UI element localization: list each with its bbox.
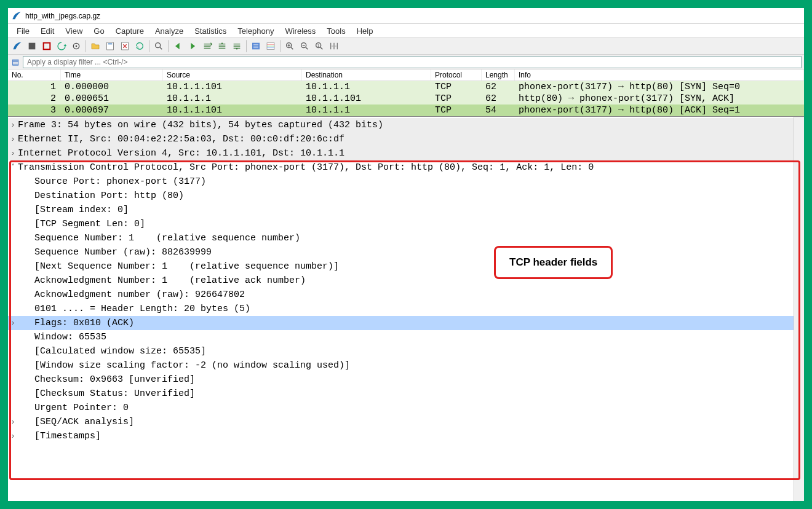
back-icon[interactable] xyxy=(171,39,185,53)
fin-icon[interactable] xyxy=(10,39,24,53)
menu-view[interactable]: View xyxy=(60,25,87,37)
stop-icon[interactable] xyxy=(40,39,54,53)
packet-cell: 62 xyxy=(482,93,515,105)
packet-list: No.TimeSourceDestinationProtocolLengthIn… xyxy=(8,69,804,117)
save-icon[interactable] xyxy=(103,39,117,53)
close-icon[interactable] xyxy=(118,39,132,53)
toolbar-separator xyxy=(86,40,86,52)
expand-icon[interactable]: › xyxy=(8,132,18,146)
packet-list-header: No.TimeSourceDestinationProtocolLengthIn… xyxy=(8,69,804,81)
detail-row[interactable]: › [SEQ/ACK analysis] xyxy=(8,415,804,429)
column-header-time[interactable]: Time xyxy=(61,69,163,81)
detail-row[interactable]: [TCP Segment Len: 0] xyxy=(8,217,804,231)
godown-icon[interactable] xyxy=(230,39,244,53)
menu-tools[interactable]: Tools xyxy=(322,25,350,37)
menu-edit[interactable]: Edit xyxy=(36,25,59,37)
detail-row[interactable]: [Window size scaling factor: -2 (no wind… xyxy=(8,358,804,373)
menu-file[interactable]: File xyxy=(12,25,34,37)
menu-wireless[interactable]: Wireless xyxy=(280,25,320,37)
column-header-length[interactable]: Length xyxy=(482,69,515,81)
packet-cell: 0.000697 xyxy=(61,105,163,116)
packet-cell: 10.1.1.101 xyxy=(163,81,302,93)
column-header-no[interactable]: No. xyxy=(8,69,61,81)
menu-analyze[interactable]: Analyze xyxy=(150,25,188,37)
display-filter-input[interactable] xyxy=(23,56,802,68)
forward-icon[interactable] xyxy=(186,39,199,53)
detail-row[interactable]: [Checksum Status: Unverified] xyxy=(8,387,804,401)
options-icon[interactable] xyxy=(70,39,83,53)
packet-cell: phonex-port(3177) → http(80) [SYN] Seq=0 xyxy=(515,81,804,93)
menu-telephony[interactable]: Telephony xyxy=(233,25,279,37)
menu-capture[interactable]: Capture xyxy=(111,25,149,37)
detail-text: Frame 3: 54 bytes on wire (432 bits), 54… xyxy=(18,118,383,132)
packet-cell: phonex-port(3177) → http(80) [ACK] Seq=1 xyxy=(515,105,804,116)
packet-row[interactable]: 10.00000010.1.1.10110.1.1.1TCP62phonex-p… xyxy=(8,81,804,93)
detail-text: [Checksum Status: Unverified] xyxy=(18,387,195,401)
resize-cols-icon[interactable] xyxy=(327,39,341,53)
toolbar-separator xyxy=(168,40,169,52)
detail-row[interactable]: [Calculated window size: 65535] xyxy=(8,344,804,358)
open-icon[interactable] xyxy=(89,39,102,53)
detail-row[interactable]: Source Port: phonex-port (3177) xyxy=(8,175,804,189)
autoscroll-icon[interactable] xyxy=(249,39,263,53)
detail-text: 0101 .... = Header Length: 20 bytes (5) xyxy=(18,302,250,316)
find-icon[interactable] xyxy=(152,39,165,53)
detail-row[interactable]: Destination Port: http (80) xyxy=(8,189,804,203)
packet-row[interactable]: 20.00065110.1.1.110.1.1.101TCP62http(80)… xyxy=(8,93,804,105)
packet-details[interactable]: ›Frame 3: 54 bytes on wire (432 bits), 5… xyxy=(8,117,804,501)
column-header-source[interactable]: Source xyxy=(163,69,302,81)
expand-icon[interactable]: › xyxy=(8,118,18,132)
detail-text: Flags: 0x010 (ACK) xyxy=(18,316,134,330)
filter-bar: ▤ xyxy=(8,55,804,69)
packet-row[interactable]: 30.00069710.1.1.10110.1.1.1TCP54phonex-p… xyxy=(8,105,804,116)
column-header-info[interactable]: Info xyxy=(515,69,804,81)
menu-statistics[interactable]: Statistics xyxy=(189,25,231,37)
expand-icon[interactable]: › xyxy=(8,146,18,160)
scrollbar[interactable] xyxy=(794,117,804,501)
detail-text: Window: 65535 xyxy=(18,330,106,344)
detail-row[interactable]: ›Frame 3: 54 bytes on wire (432 bits), 5… xyxy=(8,118,804,132)
window-title: http_with_jpegs.cap.gz xyxy=(25,12,100,20)
detail-row[interactable]: ˅Transmission Control Protocol, Src Port… xyxy=(8,160,804,175)
detail-row[interactable]: [Stream index: 0] xyxy=(8,203,804,217)
expand-icon[interactable]: › xyxy=(8,429,18,443)
detail-row[interactable]: [Next Sequence Number: 1 (relative seque… xyxy=(8,259,804,274)
detail-row[interactable]: Sequence Number (raw): 882639999 xyxy=(8,245,804,259)
detail-text: Urgent Pointer: 0 xyxy=(18,401,129,415)
expand-icon[interactable]: ˅ xyxy=(8,160,18,175)
menu-go[interactable]: Go xyxy=(89,25,109,37)
detail-row[interactable]: 0101 .... = Header Length: 20 bytes (5) xyxy=(8,302,804,316)
detail-row[interactable]: Acknowledgment number (raw): 926647802 xyxy=(8,288,804,302)
reload-icon[interactable] xyxy=(133,39,146,53)
start-icon[interactable] xyxy=(25,39,39,53)
colorize-icon[interactable] xyxy=(264,39,277,53)
detail-row[interactable]: › [Timestamps] xyxy=(8,429,804,443)
detail-row[interactable]: Window: 65535 xyxy=(8,330,804,344)
detail-row[interactable]: Urgent Pointer: 0 xyxy=(8,401,804,415)
annotation-callout: TCP header fields xyxy=(494,246,613,279)
detail-row[interactable]: Sequence Number: 1 (relative sequence nu… xyxy=(8,231,804,245)
restart-icon[interactable] xyxy=(55,39,68,53)
packet-cell: TCP xyxy=(431,93,482,105)
detail-row[interactable]: ›Ethernet II, Src: 00:04:e2:22:5a:03, Ds… xyxy=(8,132,804,146)
zoom-in-icon[interactable] xyxy=(283,39,297,53)
detail-row[interactable]: ›Internet Protocol Version 4, Src: 10.1.… xyxy=(8,146,804,160)
detail-text: Checksum: 0x9663 [unverified] xyxy=(18,373,195,387)
packet-cell: 10.1.1.101 xyxy=(163,105,302,116)
packet-cell: 1 xyxy=(8,81,61,93)
expand-icon[interactable]: › xyxy=(8,316,18,330)
column-header-destination[interactable]: Destination xyxy=(302,69,431,81)
app-window: http_with_jpegs.cap.gz FileEditViewGoCap… xyxy=(6,6,806,503)
expand-icon[interactable]: › xyxy=(8,415,18,429)
zoom-out-icon[interactable] xyxy=(298,39,311,53)
detail-row[interactable]: Acknowledgment Number: 1 (relative ack n… xyxy=(8,274,804,288)
bookmark-icon[interactable]: ▤ xyxy=(10,57,20,66)
zoom-reset-icon[interactable]: 1 xyxy=(312,39,326,53)
detail-row[interactable]: › Flags: 0x010 (ACK) xyxy=(8,316,804,330)
column-header-protocol[interactable]: Protocol xyxy=(431,69,482,81)
gotop-icon[interactable] xyxy=(215,39,229,53)
detail-text: Sequence Number: 1 (relative sequence nu… xyxy=(18,231,300,245)
goto-icon[interactable] xyxy=(201,39,214,53)
menu-help[interactable]: Help xyxy=(352,25,378,37)
detail-row[interactable]: Checksum: 0x9663 [unverified] xyxy=(8,373,804,387)
